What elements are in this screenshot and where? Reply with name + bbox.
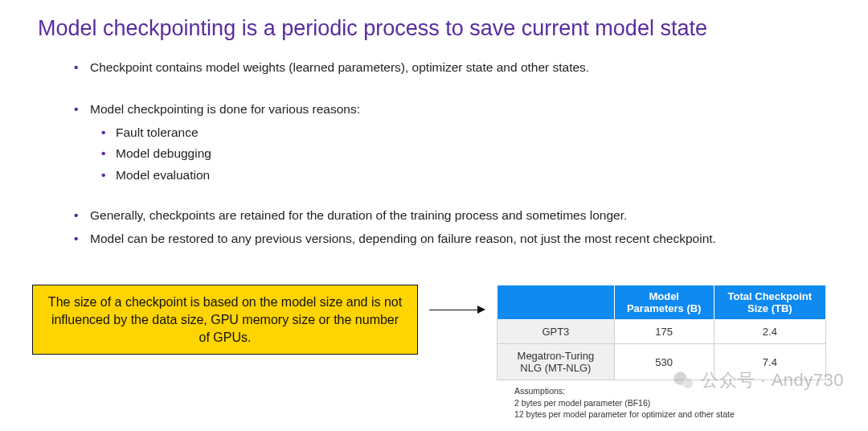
- bullet-list: Model checkpointing is done for various …: [40, 101, 828, 118]
- table-cell: 7.4: [714, 344, 825, 380]
- table-row: GPT3 175 2.4: [497, 320, 826, 344]
- table-cell: 2.4: [714, 320, 825, 344]
- callout-box: The size of a checkpoint is based on the…: [32, 285, 418, 355]
- bullet-item: Model checkpointing is done for various …: [40, 101, 828, 118]
- table-block: Model Parameters (B) Total Checkpoint Si…: [497, 285, 826, 420]
- bullet-item: Model can be restored to any previous ve…: [40, 230, 828, 248]
- arrow-icon: [429, 306, 485, 314]
- assumptions: Assumptions: 2 bytes per model parameter…: [497, 385, 826, 420]
- table-header-cell: Total Checkpoint Size (TB): [714, 285, 825, 320]
- slide: Model checkpointing is a periodic proces…: [0, 0, 868, 431]
- assumption-line: 12 bytes per model parameter for optimiz…: [514, 408, 826, 420]
- table-row: Megatron-Turing NLG (MT-NLG) 530 7.4: [497, 344, 826, 380]
- bullet-item: Generally, checkpoints are retained for …: [40, 207, 828, 224]
- assumption-line: 2 bytes per model parameter (BF16): [514, 397, 826, 408]
- bullet-list: Generally, checkpoints are retained for …: [40, 207, 828, 248]
- assumption-line: Assumptions:: [514, 385, 826, 396]
- sub-bullet-item: Model debugging: [40, 145, 828, 162]
- table-header-cell: Model Parameters (B): [614, 285, 714, 320]
- lower-row: The size of a checkpoint is based on the…: [32, 285, 852, 420]
- table-header-cell: [497, 285, 615, 320]
- sub-bullet-list: Fault tolerance Model debugging Model ev…: [40, 124, 828, 184]
- table-cell: GPT3: [497, 320, 615, 344]
- checkpoint-table: Model Parameters (B) Total Checkpoint Si…: [497, 285, 826, 380]
- bullet-list: Checkpoint contains model weights (learn…: [40, 59, 828, 76]
- slide-title: Model checkpointing is a periodic proces…: [38, 16, 828, 41]
- bullet-item: Checkpoint contains model weights (learn…: [40, 59, 828, 76]
- spacer: [40, 187, 828, 207]
- table-cell: 530: [614, 344, 714, 380]
- table-cell: Megatron-Turing NLG (MT-NLG): [497, 344, 615, 380]
- arrow-line: [429, 310, 477, 311]
- arrow-head: [477, 306, 485, 314]
- sub-bullet-item: Model evaluation: [40, 166, 828, 184]
- table-cell: 175: [614, 320, 714, 344]
- table-header-row: Model Parameters (B) Total Checkpoint Si…: [497, 285, 826, 320]
- sub-bullet-item: Fault tolerance: [40, 124, 828, 142]
- spacer: [40, 81, 828, 101]
